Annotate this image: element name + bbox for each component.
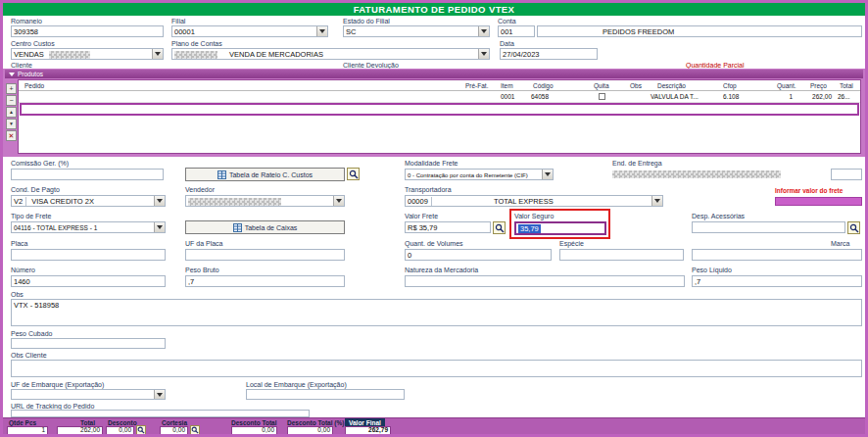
url-tracking-field[interactable] xyxy=(11,410,310,417)
tabela-caixas-button[interactable]: Tabela de Caixas xyxy=(185,220,345,234)
desconto-field[interactable]: 0,00 xyxy=(106,426,134,435)
natureza-field[interactable] xyxy=(405,275,685,287)
quita-checkbox[interactable] xyxy=(599,93,605,100)
centro-custos-combo[interactable]: VENDAS xyxy=(11,48,164,60)
peso-liquido-field[interactable]: ,7 xyxy=(692,275,862,287)
chevron-down-icon[interactable] xyxy=(478,49,489,59)
col-pre-fat: Pré-Fat. xyxy=(465,82,488,90)
chevron-down-icon[interactable] xyxy=(651,196,662,206)
qtde-pcs-label: Qtde Pcs xyxy=(9,419,36,426)
collapse-icon[interactable] xyxy=(9,73,15,79)
grid-move-up-button[interactable]: ▲ xyxy=(6,107,17,118)
peso-bruto-field[interactable]: ,7 xyxy=(185,275,345,287)
chevron-down-icon[interactable] xyxy=(154,196,165,206)
grid-remove-button[interactable]: − xyxy=(6,95,17,106)
cond-pagto-combo[interactable]: V2 VISA CREDITO 2X xyxy=(11,195,166,207)
cell-quant[interactable]: 1 xyxy=(775,93,793,101)
chevron-down-icon[interactable] xyxy=(478,26,489,36)
conta-name-field[interactable]: PEDIDOS FREEDOM xyxy=(537,25,862,37)
cortesia-search-button[interactable] xyxy=(190,425,200,435)
col-cfop: Cfop xyxy=(723,82,737,90)
quant-volumes-field[interactable]: 0 xyxy=(405,249,552,261)
cell-total[interactable]: 26... xyxy=(838,93,850,101)
produtos-grid[interactable]: Pedido Pré-Fat. Item Código Quita Obs De… xyxy=(18,79,861,154)
romaneio-field[interactable]: 309358 xyxy=(11,25,164,37)
cell-item[interactable]: 0001 xyxy=(501,93,514,101)
especie-field[interactable] xyxy=(559,249,684,261)
marca-label: Marca xyxy=(831,240,849,248)
especie-label: Espécie xyxy=(559,240,584,248)
uf-placa-field[interactable] xyxy=(185,249,345,261)
total-label: Total xyxy=(80,419,95,426)
natureza-label: Natureza da Mercadoria xyxy=(405,267,478,274)
uf-embarque-combo[interactable] xyxy=(11,389,166,400)
modalidade-frete-combo[interactable]: 0 - Contratação por conta do Remetente (… xyxy=(405,169,554,180)
grid-header-divider xyxy=(19,90,860,91)
chevron-down-icon[interactable] xyxy=(333,196,344,206)
cell-codigo[interactable]: 64058 xyxy=(531,93,549,101)
valor-seguro-field[interactable]: 35,79 xyxy=(514,221,606,235)
cortesia-label: Cortesia xyxy=(162,419,187,426)
chevron-down-icon[interactable] xyxy=(154,390,165,399)
peso-cubado-field[interactable] xyxy=(11,338,166,349)
valor-final-field[interactable]: 262,79 xyxy=(345,426,391,435)
produtos-section-title: Produtos xyxy=(18,71,43,77)
obs-label: Obs xyxy=(11,291,24,299)
rateio-search-button[interactable] xyxy=(347,168,360,180)
produtos-section-header[interactable]: Produtos xyxy=(5,70,863,78)
grid-add-button[interactable]: + xyxy=(6,83,17,94)
grid-delete-button[interactable]: ✕ xyxy=(6,130,17,141)
cell-cfop[interactable]: 6.108 xyxy=(723,93,739,101)
comissao-field[interactable] xyxy=(11,169,164,180)
data-field[interactable]: 27/04/2023 xyxy=(500,48,598,60)
local-embarque-field[interactable] xyxy=(246,389,405,400)
col-codigo: Código xyxy=(533,82,554,90)
plano-contas-combo[interactable]: VENDA DE MERCADORIAS xyxy=(171,48,490,60)
plano-contas-label: Plano de Contas xyxy=(171,40,222,48)
total-field[interactable]: 262,00 xyxy=(57,426,103,435)
peso-liquido-label: Peso Líquido xyxy=(692,267,732,274)
centro-custos-label: Centro Custos xyxy=(11,40,55,48)
desconto-total-pct-field[interactable]: 0,00 xyxy=(287,426,333,435)
conta-code-field[interactable]: 001 xyxy=(498,25,535,37)
obs-textarea[interactable]: VTX - 518958 xyxy=(11,299,862,326)
informar-frete-label: Informar valor do frete xyxy=(775,187,843,195)
filial-label: Filial xyxy=(171,18,185,25)
end-entrega-extra-field[interactable] xyxy=(831,169,862,180)
peso-bruto-label: Peso Bruto xyxy=(185,267,219,274)
marca-field[interactable] xyxy=(692,249,862,261)
numero-field[interactable]: 1460 xyxy=(11,275,166,287)
grid-selected-row[interactable] xyxy=(20,103,859,116)
cond-pagto-label: Cond. De Pagto xyxy=(11,186,60,194)
col-preco: Preço xyxy=(810,82,827,90)
chevron-down-icon[interactable] xyxy=(154,222,165,232)
chevron-down-icon[interactable] xyxy=(316,26,327,36)
numero-label: Número xyxy=(11,267,35,274)
placa-label: Placa xyxy=(11,240,28,248)
valor-frete-field[interactable]: R$ 35,79 xyxy=(405,221,491,233)
desconto-total-field[interactable]: 0,00 xyxy=(231,426,277,435)
tabela-rateio-button[interactable]: Tabela de Rateio C. Custos xyxy=(185,168,345,181)
tipo-frete-value: 04116 - TOTAL EXPRESS - 1 xyxy=(14,224,97,231)
transportadora-combo[interactable]: 00009 TOTAL EXPRESS xyxy=(405,195,663,207)
obs-cliente-textarea[interactable] xyxy=(11,360,862,377)
placa-field[interactable] xyxy=(11,249,166,261)
col-pedido: Pedido xyxy=(24,82,44,90)
qtde-pcs-field[interactable]: 1 xyxy=(7,426,48,435)
uf-embarque-label: UF de Embarque (Exportação) xyxy=(11,381,104,389)
grid-move-down-button[interactable]: ▼ xyxy=(6,119,17,129)
vendedor-combo[interactable] xyxy=(185,195,345,207)
filial-combo[interactable]: 00001 xyxy=(171,25,328,37)
chevron-down-icon[interactable] xyxy=(542,170,553,179)
desp-acessorias-search-button[interactable] xyxy=(847,221,860,234)
cell-descricao[interactable]: VALVULA DA T... xyxy=(651,93,699,101)
frete-highlight-field[interactable] xyxy=(775,197,862,206)
estado-filial-combo[interactable]: SC xyxy=(343,25,490,37)
desp-acessorias-field[interactable] xyxy=(692,221,845,233)
tipo-frete-combo[interactable]: 04116 - TOTAL EXPRESS - 1 xyxy=(11,221,166,233)
chevron-down-icon[interactable] xyxy=(152,49,163,59)
valor-frete-search-button[interactable] xyxy=(493,221,506,234)
cortesia-field[interactable]: 0,00 xyxy=(160,426,188,435)
cell-preco[interactable]: 262,00 xyxy=(800,93,832,101)
desconto-search-button[interactable] xyxy=(136,425,146,435)
